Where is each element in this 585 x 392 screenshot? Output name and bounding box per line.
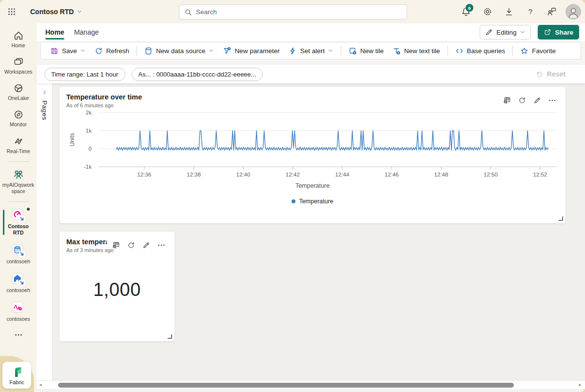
- person-icon: [566, 5, 581, 20]
- chart-legend[interactable]: Temperature: [59, 198, 566, 205]
- chevron-down-icon: [520, 29, 526, 35]
- chevron-down-icon: [77, 9, 82, 15]
- reset-button[interactable]: Reset: [536, 70, 566, 78]
- fabric-logo-icon: [11, 366, 23, 378]
- set-alert-button[interactable]: Set alert: [284, 44, 338, 58]
- horizontal-scrollbar[interactable]: ◄ ►: [37, 380, 585, 389]
- sidebar-item-label: Real-Time: [6, 148, 30, 155]
- settings-button[interactable]: [478, 2, 497, 21]
- time-range-label: Time range: Last 1 hour: [51, 71, 118, 78]
- time-range-pill[interactable]: Time range: Last 1 hour: [44, 68, 125, 81]
- pages-expand-button[interactable]: [41, 89, 48, 96]
- share-button[interactable]: Share: [538, 25, 579, 39]
- app-title: Contoso RTD: [30, 8, 74, 16]
- sidebar-item-workspaces[interactable]: Workspaces: [0, 54, 37, 78]
- scroll-right-arrow[interactable]: ►: [576, 381, 584, 389]
- share-label: Share: [555, 29, 573, 36]
- edit-tile-button[interactable]: [531, 94, 544, 107]
- save-button[interactable]: Save: [46, 44, 90, 58]
- tile-max-temperature: Max tempera... As of 3 minutes ago 1,000: [59, 232, 175, 341]
- scroll-left-arrow[interactable]: ◄: [37, 381, 44, 389]
- refresh-button[interactable]: Refresh: [90, 44, 134, 58]
- explore-data-button[interactable]: [501, 94, 513, 107]
- sidebar-item-home[interactable]: Home: [0, 27, 37, 52]
- sidebar-item-contoso-rtd[interactable]: Contoso RTD: [0, 206, 37, 239]
- notifications-button[interactable]: 6: [456, 2, 476, 21]
- waffle-icon: [7, 7, 16, 16]
- account-avatar[interactable]: [566, 4, 581, 20]
- refresh-tile-button[interactable]: [516, 94, 528, 107]
- new-text-tile-icon: [392, 47, 401, 55]
- tile-resize-handle[interactable]: [168, 334, 172, 339]
- new-text-tile-button[interactable]: New text tile: [388, 44, 445, 58]
- svg-text:?: ?: [528, 7, 532, 16]
- sidebar-item-more[interactable]: [0, 328, 37, 342]
- filter-bar: Time range: Last 1 hour As... : 0000aaaa…: [37, 65, 585, 83]
- refresh-icon: [127, 241, 135, 249]
- gear-icon: [483, 7, 492, 17]
- feedback-button[interactable]: [542, 2, 562, 21]
- scrollbar-track[interactable]: [45, 383, 575, 387]
- more-icon: [14, 331, 23, 339]
- search-input[interactable]: [196, 8, 402, 16]
- toolbar-item-label: Set alert: [300, 47, 325, 55]
- pencil-icon: [533, 97, 541, 104]
- scrollbar-thumb[interactable]: [58, 383, 514, 388]
- new-parameter-button[interactable]: New parameter: [218, 44, 284, 58]
- base-queries-button[interactable]: Base queries: [451, 44, 510, 58]
- app-launcher-icon[interactable]: [0, 0, 23, 23]
- sidebar-item-contosoes[interactable]: contosoes: [0, 298, 37, 325]
- chart-tile-asof: As of 6 minutes ago: [66, 102, 501, 108]
- eventstream-icon: [12, 301, 25, 314]
- pencil-icon: [485, 28, 493, 36]
- tile-more-button[interactable]: [546, 94, 559, 107]
- tab-manage[interactable]: Manage: [69, 23, 104, 41]
- share-icon: [544, 28, 551, 36]
- chart-xaxis-title: Temperature: [59, 182, 566, 189]
- new-data-source-button[interactable]: New data source: [140, 44, 218, 58]
- app-shell: Contoso RTD 6 ? HomeWorkspacesOneLakeMon…: [0, 0, 585, 392]
- sidebar-item-realtime[interactable]: Real-Time: [0, 133, 37, 157]
- refresh-tile-button[interactable]: [125, 239, 137, 252]
- stat-tile-asof: As of 3 minutes ago: [66, 247, 107, 253]
- pages-panel-collapsed: Pages: [37, 83, 53, 380]
- sidebar-item-contosoeh-house[interactable]: contosoeh: [0, 270, 37, 296]
- svg-text:12:36: 12:36: [137, 172, 152, 177]
- temperature-line-chart[interactable]: 2k1k0-1k12:3612:3812:4012:4212:4412:4612…: [59, 108, 566, 181]
- help-button[interactable]: ?: [521, 2, 540, 21]
- favorite-button[interactable]: Favorite: [516, 44, 560, 58]
- svg-text:0: 0: [89, 146, 92, 152]
- pages-panel-title: Pages: [41, 100, 48, 120]
- sidebar-item-label: Workspaces: [4, 69, 33, 75]
- parameter-pill[interactable]: As... : 0000aaaa-11bb-cccc-dd22-eeeee...: [132, 68, 263, 81]
- tab-home[interactable]: Home: [40, 23, 69, 41]
- app-title-menu[interactable]: Contoso RTD: [30, 8, 82, 16]
- svg-text:12:40: 12:40: [236, 172, 251, 177]
- sidebar-item-contosoeh-db[interactable]: contosoeh: [0, 241, 37, 268]
- ellipsis-icon: [548, 97, 556, 104]
- toolbar-divider: [341, 46, 341, 56]
- pencil-icon: [142, 241, 150, 249]
- explore-data-button[interactable]: [110, 239, 122, 252]
- new-tile-button[interactable]: New tile: [344, 44, 388, 58]
- fabric-home-button[interactable]: Fabric: [2, 362, 31, 389]
- edit-tile-button[interactable]: [140, 239, 153, 252]
- sidebar-item-monitor[interactable]: Monitor: [0, 106, 37, 131]
- rail-divider: [8, 161, 29, 162]
- realtime-icon: [13, 136, 24, 147]
- toolbar-item-label: New data source: [156, 47, 205, 55]
- svg-text:1k: 1k: [86, 128, 92, 134]
- tile-more-button[interactable]: [155, 239, 168, 252]
- sidebar-item-onelake[interactable]: OneLake: [0, 80, 37, 104]
- notification-count-badge: 6: [466, 4, 473, 12]
- svg-text:12:50: 12:50: [484, 172, 498, 177]
- editing-mode-button[interactable]: Editing: [480, 25, 531, 39]
- sidebar-item-myaioqsworkspace[interactable]: myAIOqsworkspace: [0, 166, 37, 197]
- toolbar-item-label: Favorite: [532, 47, 556, 55]
- sidebar-item-label: myAIOqsworkspace: [2, 182, 35, 195]
- toolbar-item-label: Base queries: [467, 47, 506, 55]
- legend-label: Temperature: [299, 198, 333, 205]
- sidebar-item-label: contosoeh: [6, 258, 30, 265]
- downloads-button[interactable]: [499, 2, 519, 21]
- tile-resize-handle[interactable]: [559, 216, 563, 221]
